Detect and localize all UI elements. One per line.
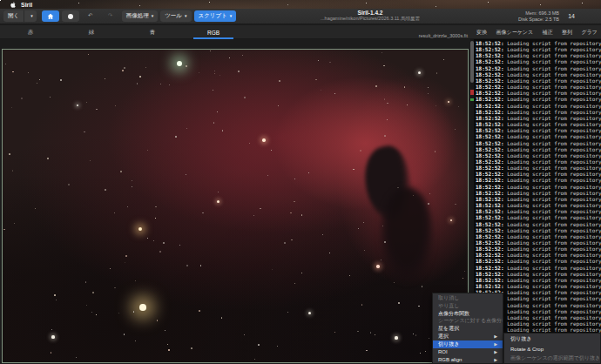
log-line: 18:52:52: Loading script from repository… (476, 158, 601, 165)
open-dropdown-button[interactable]: ▾ (24, 10, 37, 22)
thread-count: 14 (568, 13, 575, 19)
channel-tab-青[interactable]: 青 (122, 25, 183, 39)
faint-star (155, 206, 157, 208)
faint-star (458, 106, 459, 107)
log-line: 18:52:52: Loading script from repository… (476, 146, 601, 152)
channel-tab-rgb[interactable]: RGB (183, 25, 244, 39)
tab-4[interactable]: グラフ (582, 29, 598, 37)
faint-star (157, 320, 159, 321)
faint-star (334, 332, 335, 333)
faint-star (267, 175, 268, 176)
faint-star (394, 282, 395, 283)
bright-star (77, 104, 79, 107)
log-line: 18:52:52: Loading script from repository… (476, 214, 601, 220)
context-menu-item-2[interactable]: 点像分布関数 (433, 310, 503, 318)
faint-star (370, 332, 372, 334)
context-menu-item-1: やり直し (433, 302, 503, 310)
log-line: 18:52:52: Loading script from repository… (476, 103, 601, 109)
context-menu-item-5[interactable]: 選択▶ (433, 333, 503, 340)
faint-star (86, 305, 87, 306)
faint-star (254, 359, 255, 360)
faint-star (84, 131, 84, 132)
faint-star (14, 223, 15, 224)
channel-tab-赤[interactable]: 赤 (0, 25, 61, 39)
tools-button[interactable]: ツール▾ (160, 10, 191, 22)
image-processing-button[interactable]: 画像処理▾ (122, 10, 159, 22)
redo-button[interactable]: ↷ (102, 10, 119, 22)
tab-1[interactable]: 画像シーケンス (496, 29, 534, 37)
faint-star (114, 212, 115, 213)
faint-star (28, 72, 29, 73)
bright-star (139, 304, 146, 311)
log-line: 18:52:52: Loading script from repository… (476, 78, 601, 84)
faint-star (277, 346, 278, 347)
image-viewer-horsehead-nebula[interactable] (2, 49, 469, 363)
log-line: 18:52:52: Loading script from repository… (476, 227, 601, 233)
channel-tab-緑[interactable]: 緑 (61, 25, 122, 39)
display-mode-button[interactable] (62, 10, 79, 22)
faint-star (115, 105, 116, 106)
tab-3[interactable]: 整列 (562, 29, 572, 37)
faint-star (294, 201, 295, 203)
faint-star (278, 105, 279, 106)
faint-star (137, 83, 138, 84)
faint-star (114, 287, 115, 288)
faint-star (329, 253, 330, 253)
main-toolbar: 開く ▾ ↶ ↷ 画像処理▾ ツール▾ スクリプト▾ Siril-1.4.2 .… (0, 9, 601, 24)
faint-star (139, 76, 141, 78)
bright-star (217, 200, 219, 203)
tab-row: 赤緑青RGB 変換画像シーケンス補正整列グラフ result_drizzle_3… (0, 25, 601, 39)
chevron-down-icon: ▾ (30, 14, 33, 18)
context-menu-item-7[interactable]: ROI▶ (433, 348, 503, 356)
faint-star (415, 334, 416, 335)
open-button[interactable]: 開く (3, 10, 24, 22)
faint-star (124, 67, 125, 69)
undo-button[interactable]: ↶ (82, 10, 99, 22)
faint-star (179, 245, 180, 246)
faint-star (238, 71, 240, 72)
faint-star (5, 64, 6, 64)
home-button[interactable] (42, 10, 59, 22)
faint-star (260, 208, 261, 210)
crop-submenu-item-0[interactable]: 切り抜き (504, 334, 600, 344)
faint-star (375, 334, 376, 336)
faint-star (349, 275, 350, 276)
log-line: 18:52:52: Loading script from repository… (476, 52, 601, 58)
crop-submenu-item-1[interactable]: Rotate & Crop (504, 344, 600, 354)
context-menu-item-4[interactable]: 星を選択 (433, 325, 503, 333)
context-menu-item-8[interactable]: RGB align▶ (433, 355, 503, 363)
log-scrollbar-thumb[interactable] (470, 41, 474, 83)
faint-star (425, 351, 426, 352)
faint-star (321, 90, 321, 91)
tab-2[interactable]: 補正 (543, 29, 553, 37)
faint-star (284, 242, 286, 244)
faint-star (51, 352, 52, 354)
log-line: 18:52:52: Loading script from repository… (476, 221, 601, 227)
faint-star (86, 102, 87, 103)
faint-star (127, 206, 128, 207)
faint-star (155, 218, 156, 219)
apple-logo-icon[interactable] (10, 2, 16, 8)
faint-star (443, 59, 444, 60)
faint-star (418, 306, 419, 307)
log-marker-green (470, 98, 474, 101)
submenu-arrow-icon: ▶ (494, 349, 497, 354)
tab-0[interactable]: 変換 (476, 29, 487, 37)
faint-star (364, 250, 365, 251)
context-menu-item-6[interactable]: 切り抜き▶ (433, 340, 503, 348)
log-line: 18:52:52: Loading script from repository… (476, 140, 601, 146)
log-line: 18:52:52: Loading script from repository… (476, 46, 601, 52)
faint-star (96, 109, 97, 110)
faint-star (279, 80, 280, 82)
faint-star (315, 79, 317, 81)
scripts-button[interactable]: スクリプト▾ (194, 10, 237, 22)
faint-star (12, 170, 13, 171)
faint-star (222, 130, 224, 131)
faint-star (202, 212, 203, 213)
faint-star (186, 128, 188, 130)
faint-star (96, 314, 97, 315)
dark-dust-region (380, 187, 434, 283)
faint-star (357, 331, 359, 333)
faint-star (384, 98, 386, 100)
bright-star (450, 219, 453, 222)
